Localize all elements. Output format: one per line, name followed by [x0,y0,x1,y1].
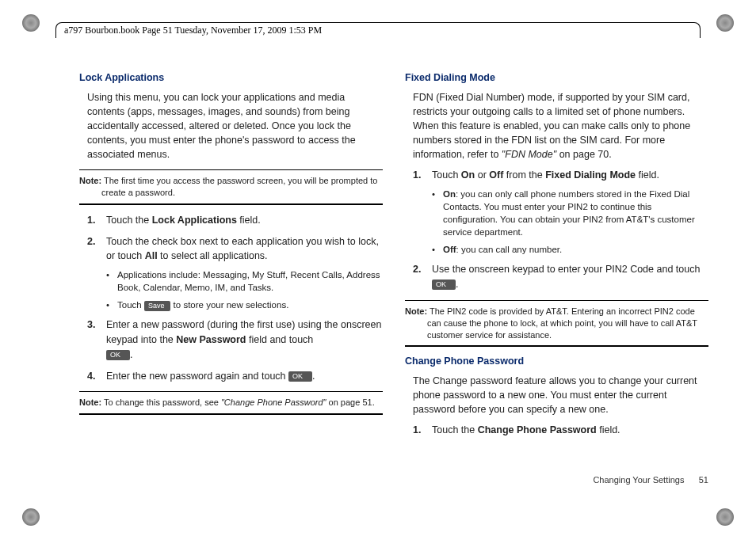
text: field. [597,424,620,435]
bold-text: All [145,250,158,261]
decorative-corner-tr [716,14,734,32]
text: : you can only call phone numbers stored… [443,189,695,237]
bold-text: Change Phone Password [478,424,597,435]
ok-button-icon: OK [106,350,130,360]
note-italic: "Change Phone Password" [221,397,326,407]
text: Touch the [432,424,478,435]
fdn-intro: FDN (Fixed Dial Number) mode, if support… [413,90,708,162]
column-right: Fixed Dialing Mode FDN (Fixed Dial Numbe… [405,71,708,444]
text: field. [237,215,261,226]
fdn-steps: Touch On or Off from the Fixed Dialing M… [405,168,708,292]
heading-fixed-dialing: Fixed Dialing Mode [405,71,708,86]
text: field. [636,169,659,181]
step-3: Enter a new password (during the first u… [87,318,383,362]
lock-apps-steps: Touch the Lock Applications field. Touch… [79,213,383,384]
bold-text: Off [443,245,456,254]
text: . [130,349,132,360]
fdn-step-1-bullets: On: you can only call phone numbers stor… [432,188,708,256]
bold-text: Off [489,169,503,181]
ok-button-icon: OK [432,280,456,290]
note-text: To change this password, see [101,397,221,407]
lock-apps-intro: Using this menu, you can lock your appli… [87,90,383,162]
text: Enter the new password again and touch [106,371,288,382]
text: on page 70. [556,149,612,160]
bullet-off: Off: you can call any number. [432,243,708,256]
text: from the [503,169,545,181]
note-pin2: Note: The PIN2 code is provided by AT&T.… [405,300,708,348]
note-label: Note: [79,397,101,407]
step-2: Touch the check box next to each applica… [87,234,383,312]
note-label: Note: [405,306,427,316]
bold-text: Fixed Dialing Mode [545,169,636,181]
bullet-apps-include: Applications include: Messaging, My Stuf… [106,268,383,294]
text: or [475,169,489,181]
note-text: The PIN2 code is provided by AT&T. Enter… [427,306,697,340]
bullet-on: On: you can only call phone numbers stor… [432,188,708,238]
cp-step-1: Touch the Change Phone Password field. [413,423,708,438]
text: : you can call any number. [456,245,563,254]
page-header-frame: a797 Bourbon.book Page 51 Tuesday, Novem… [55,22,701,38]
decorative-corner-bl [22,508,40,526]
note-text: on page 51. [326,397,375,407]
italic-text: "FDN Mode" [502,149,556,160]
text: Use the onscreen keypad to enter your PI… [432,264,700,275]
step-2-bullets: Applications include: Messaging, My Stuf… [106,268,383,311]
note-label: Note: [79,176,101,185]
note-text: The first time you access the password s… [101,176,377,197]
text: . [456,279,458,290]
bold-text: New Password [176,334,246,345]
note-change-password: Note: To change this password, see "Chan… [79,391,383,415]
content-columns: Lock Applications Using this menu, you c… [79,71,708,444]
heading-change-password: Change Phone Password [405,355,708,369]
text: Touch [432,169,461,181]
heading-lock-applications: Lock Applications [79,71,383,86]
bold-text: On [443,189,456,199]
note-first-password: Note: The first time you access the pass… [79,169,383,205]
text: . [312,371,315,382]
text: Touch the [106,215,152,226]
page-footer: Changing Your Settings 51 [593,475,708,485]
change-password-intro: The Change password feature allows you t… [413,374,708,416]
text: to store your new selections. [170,300,288,310]
bold-text: Lock Applications [152,215,237,226]
text: to select all applications. [158,250,268,261]
footer-section: Changing Your Settings [593,475,684,485]
column-left: Lock Applications Using this menu, you c… [79,71,383,444]
ok-button-icon: OK [288,371,312,382]
bold-text: On [461,169,475,181]
step-4: Enter the new password again and touch O… [87,369,383,384]
page-header-text: a797 Bourbon.book Page 51 Tuesday, Novem… [64,25,322,36]
fdn-step-2: Use the onscreen keypad to enter your PI… [413,262,708,292]
change-password-steps: Touch the Change Phone Password field. [405,423,708,438]
step-1: Touch the Lock Applications field. [87,213,383,228]
footer-page-number: 51 [699,475,708,485]
fdn-step-1: Touch On or Off from the Fixed Dialing M… [413,168,708,256]
decorative-corner-br [716,508,734,526]
save-button-icon: Save [144,301,171,311]
bullet-touch-save: Touch Save to store your new selections. [106,299,383,311]
text: Touch [117,300,144,310]
decorative-corner-tl [22,14,40,32]
text: field and touch [246,334,314,345]
